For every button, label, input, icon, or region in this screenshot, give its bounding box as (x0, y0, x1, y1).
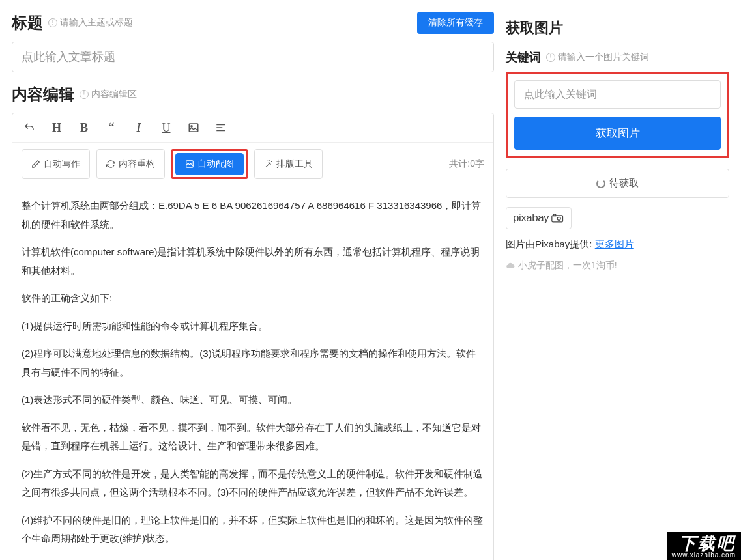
keyword-hint: ! 请输入一个图片关键词 (546, 51, 649, 63)
sidebar-title: 获取图片 (506, 18, 729, 38)
loading-icon (596, 179, 605, 188)
svg-point-7 (557, 217, 560, 220)
heading-icon[interactable]: H (49, 120, 65, 135)
provider-text: 图片由Pixabay提供: 更多图片 (506, 238, 729, 251)
info-icon: ! (546, 53, 555, 62)
title-hint: ! 请输入主题或标题 (48, 17, 133, 29)
underline-icon[interactable]: U (158, 120, 174, 135)
italic-icon[interactable]: I (131, 120, 147, 135)
content-paragraph: 软件的正确含义如下: (22, 289, 484, 308)
keyword-input[interactable] (514, 80, 721, 109)
wand-icon (264, 160, 273, 169)
pixabay-logo: pixabay (506, 207, 572, 229)
fetch-images-button[interactable]: 获取图片 (514, 117, 721, 150)
bold-icon[interactable]: B (76, 120, 92, 135)
info-icon: ! (80, 90, 89, 99)
article-title-input[interactable] (12, 42, 494, 72)
editor-container: H B “ I U 自动写作 (12, 113, 494, 560)
content-paragraph: (1)表达形式不同的硬件类型、颜色、味道、可见、可摸、可闻。 (22, 391, 484, 410)
svg-point-1 (191, 126, 192, 127)
status-button[interactable]: 待获取 (506, 169, 729, 198)
content-editor[interactable]: 整个计算机系统由两部分组成：E.69DA 5 E 6 BA 9062616964… (12, 186, 493, 560)
clear-cache-button[interactable]: 清除所有缓存 (417, 12, 494, 34)
tip-text: 小虎子配图，一次1淘币! (506, 260, 729, 272)
restructure-button[interactable]: 内容重构 (96, 149, 165, 179)
editor-label: 内容编辑 (12, 84, 74, 105)
more-images-link[interactable]: 更多图片 (595, 238, 634, 249)
editor-header: 内容编辑 ! 内容编辑区 (12, 84, 494, 105)
refresh-icon (106, 160, 115, 169)
title-header: 标题 ! 请输入主题或标题 清除所有缓存 (12, 12, 494, 34)
info-icon: ! (48, 18, 57, 27)
watermark: 下载吧 www.xiazaiba.com (667, 532, 741, 560)
content-paragraph: 软件看不见，无色，枯燥，看不见，摸不到，闻不到。软件大部分存在于人们的头脑或纸上… (22, 419, 484, 456)
editor-hint: ! 内容编辑区 (80, 89, 137, 100)
align-icon[interactable] (213, 120, 229, 135)
cloud-icon (506, 261, 515, 270)
auto-image-highlight: 自动配图 (171, 149, 248, 179)
image-icon[interactable] (186, 120, 201, 135)
camera-icon (551, 214, 564, 223)
title-label: 标题 (12, 12, 43, 33)
keyword-label: 关键词 (506, 49, 541, 65)
pencil-icon (31, 160, 40, 169)
auto-write-button[interactable]: 自动写作 (22, 149, 90, 179)
layout-tool-button[interactable]: 排版工具 (254, 149, 323, 179)
content-paragraph: (4)维护不同的硬件是旧的，理论上软件是旧的，并不坏，但实际上软件也是旧的和坏的… (22, 511, 484, 548)
tool-row: 自动写作 内容重构 自动配图 排版工具 (12, 143, 493, 186)
content-paragraph: 计算机软件(computer software)是指计算机系统中除硬件以外的所有… (22, 243, 484, 280)
content-paragraph: (2)生产方式不同的软件是开发，是人类智能的高发挥，而不是传统意义上的硬件制造。… (22, 465, 484, 502)
keyword-label-row: 关键词 ! 请输入一个图片关键词 (506, 49, 729, 65)
undo-icon[interactable] (22, 120, 37, 135)
auto-image-button[interactable]: 自动配图 (175, 153, 244, 175)
quote-icon[interactable]: “ (104, 120, 119, 135)
content-paragraph: (2)程序可以满意地处理信息的数据结构。(3)说明程序功能要求和程序需要的文档的… (22, 344, 484, 382)
content-paragraph: 整个计算机系统由两部分组成：E.69DA 5 E 6 BA 9062616964… (22, 197, 484, 234)
format-toolbar: H B “ I U (12, 113, 493, 143)
content-paragraph: (1)提供运行时所需功能和性能的命令或计算机程序集合。 (22, 317, 484, 336)
picture-icon (185, 160, 194, 169)
word-count: 共计:0字 (449, 158, 484, 170)
keyword-highlight-box: 获取图片 (506, 72, 729, 158)
